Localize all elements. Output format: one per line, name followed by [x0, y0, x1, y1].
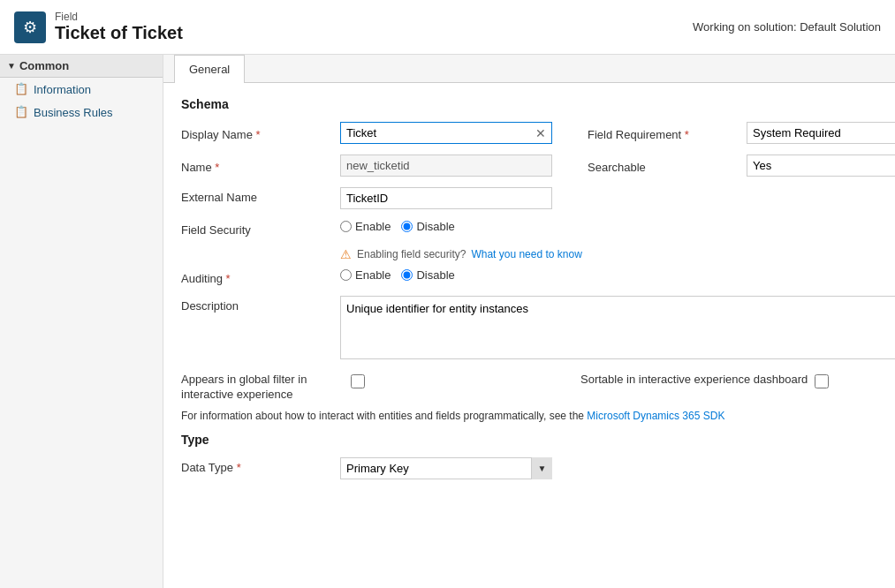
searchable-select[interactable]: Yes No: [747, 155, 895, 177]
sdk-link[interactable]: Microsoft Dynamics 365 SDK: [587, 410, 724, 422]
display-name-clear-button[interactable]: ✕: [530, 124, 551, 142]
field-security-label: Field Security: [181, 220, 340, 237]
information-icon: 📋: [14, 82, 28, 96]
field-requirement-select-wrapper[interactable]: System Required Business Required Busine…: [747, 122, 895, 144]
field-requirement-col: Field Requirement * System Required Busi…: [588, 122, 895, 144]
field-security-warning: ⚠ Enabling field security? What you need…: [340, 247, 877, 261]
field-security-enable-label: Enable: [355, 220, 391, 233]
external-name-control: [340, 187, 877, 209]
display-name-input[interactable]: [341, 123, 530, 143]
warning-link[interactable]: What you need to know: [471, 248, 581, 260]
top-bar-left: ⚙ Field Ticket of Ticket: [14, 11, 183, 43]
content-area: Schema Display Name * ✕ Field Requiremen…: [163, 83, 895, 504]
global-filter-checkbox[interactable]: [351, 374, 365, 388]
field-security-disable-radio[interactable]: [401, 221, 413, 232]
name-label: Name *: [181, 157, 340, 174]
auditing-enable-option[interactable]: Enable: [340, 268, 391, 282]
data-type-control: Primary Key ▼: [340, 457, 877, 479]
searchable-select-wrapper[interactable]: Yes No ▼: [747, 155, 895, 177]
layout: ▼ Common 📋 Information 📋 Business Rules …: [0, 55, 895, 588]
type-section: Type Data Type * Primary Key ▼: [181, 433, 877, 479]
display-name-row: Display Name * ✕ Field Requirement * Sys…: [181, 122, 877, 144]
tabs-bar: General: [163, 55, 895, 83]
field-security-control: Enable Disable: [340, 220, 877, 233]
working-on-solution: Working on solution: Default Solution: [693, 20, 881, 34]
display-name-label: Display Name *: [181, 124, 340, 141]
searchable-col: Searchable Yes No ▼: [588, 155, 895, 177]
page-title: Ticket of Ticket: [55, 23, 183, 43]
auditing-row: Auditing * Enable Disable: [181, 268, 877, 285]
name-col: Name * new_ticketid: [181, 155, 552, 177]
auditing-disable-radio[interactable]: [401, 269, 413, 281]
data-type-select[interactable]: Primary Key: [340, 457, 552, 479]
field-security-row: Field Security Enable Disable: [181, 220, 877, 237]
schema-section-title: Schema: [181, 97, 877, 111]
sidebar-item-business-rules[interactable]: 📋 Business Rules: [0, 101, 163, 124]
display-name-col: Display Name * ✕: [181, 122, 552, 144]
global-filter-row: Appears in global filter in interactive …: [181, 373, 877, 403]
auditing-radio-group: Enable Disable: [340, 268, 877, 282]
sortable-label: Sortable in interactive experience dashb…: [580, 373, 808, 388]
field-security-disable-option[interactable]: Disable: [401, 220, 454, 233]
business-rules-icon: 📋: [14, 105, 28, 119]
warning-text: Enabling field security?: [357, 248, 466, 260]
field-requirement-label: Field Requirement *: [588, 124, 747, 141]
auditing-enable-radio[interactable]: [340, 269, 352, 281]
name-row: Name * new_ticketid Searchable Yes No ▼: [181, 155, 877, 177]
info-text: For information about how to interact wi…: [181, 410, 877, 422]
field-security-enable-radio[interactable]: [340, 221, 352, 232]
sidebar-item-information[interactable]: 📋 Information: [0, 78, 163, 101]
data-type-select-wrapper[interactable]: Primary Key ▼: [340, 457, 552, 479]
field-security-disable-label: Disable: [416, 220, 454, 233]
sidebar-item-information-label: Information: [34, 83, 91, 96]
title-area: Field Ticket of Ticket: [55, 11, 183, 43]
data-type-label: Data Type *: [181, 457, 340, 474]
sidebar: ▼ Common 📋 Information 📋 Business Rules: [0, 55, 163, 588]
description-control: Unique identifier for entity instances: [340, 296, 895, 362]
external-name-row: External Name: [181, 187, 877, 209]
global-filter-label: Appears in global filter in interactive …: [181, 373, 340, 403]
auditing-disable-label: Disable: [416, 268, 454, 282]
display-name-input-wrapper[interactable]: ✕: [340, 122, 552, 144]
tab-general-label: General: [189, 63, 230, 76]
auditing-label: Auditing *: [181, 268, 340, 285]
data-type-row: Data Type * Primary Key ▼: [181, 457, 877, 479]
global-filter-checkbox-col: [351, 373, 365, 388]
app-icon: ⚙: [14, 11, 46, 43]
searchable-label: Searchable: [588, 157, 747, 174]
type-section-title: Type: [181, 433, 877, 447]
external-name-label: External Name: [181, 187, 340, 204]
auditing-control: Enable Disable: [340, 268, 877, 282]
external-name-input[interactable]: [340, 187, 552, 209]
sortable-checkbox[interactable]: [815, 374, 829, 388]
field-label: Field: [55, 11, 183, 23]
field-security-enable-option[interactable]: Enable: [340, 220, 391, 233]
collapse-arrow-icon: ▼: [7, 61, 16, 71]
name-input: new_ticketid: [340, 155, 552, 177]
gear-icon: ⚙: [23, 18, 37, 37]
auditing-enable-label: Enable: [355, 268, 391, 282]
description-row: Description Unique identifier for entity…: [181, 296, 877, 362]
sidebar-section-common[interactable]: ▼ Common: [0, 55, 163, 78]
description-label: Description: [181, 296, 340, 313]
description-textarea[interactable]: Unique identifier for entity instances: [340, 296, 895, 359]
field-security-radio-group: Enable Disable: [340, 220, 877, 233]
sidebar-item-business-rules-label: Business Rules: [34, 106, 113, 119]
sortable-col: Sortable in interactive experience dashb…: [580, 373, 829, 388]
warning-triangle-icon: ⚠: [340, 247, 352, 261]
auditing-disable-option[interactable]: Disable: [401, 268, 454, 282]
main-content: General Schema Display Name * ✕: [163, 55, 895, 588]
sidebar-section-label: Common: [19, 59, 69, 72]
field-requirement-select[interactable]: System Required Business Required Busine…: [747, 122, 895, 144]
tab-general[interactable]: General: [174, 55, 245, 83]
top-bar: ⚙ Field Ticket of Ticket Working on solu…: [0, 0, 895, 55]
